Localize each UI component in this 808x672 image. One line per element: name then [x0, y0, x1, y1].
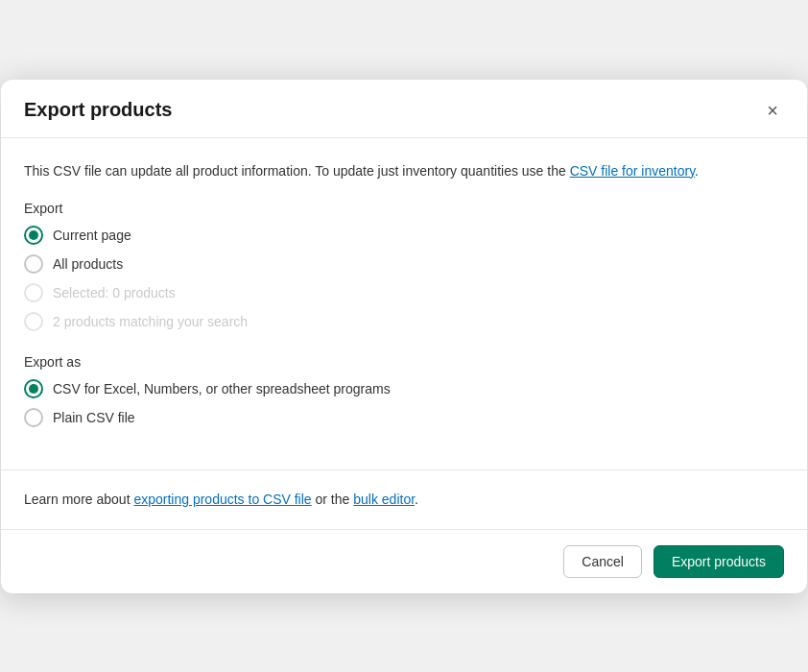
footer-info-prefix: Learn more about: [24, 492, 131, 507]
radio-selected: Selected: 0 products: [24, 283, 784, 302]
export-as-radio-group: CSV for Excel, Numbers, or other spreads…: [24, 379, 784, 427]
radio-all-products-label: All products: [53, 256, 123, 272]
radio-plain-csv-indicator: [24, 408, 43, 427]
radio-matching-label: 2 products matching your search: [53, 314, 248, 329]
radio-matching: 2 products matching your search: [24, 312, 784, 331]
export-radio-group: Current page All products Selected: 0 pr…: [24, 226, 784, 331]
radio-selected-indicator: [24, 283, 43, 302]
modal-overlay: Export products × This CSV file can upda…: [0, 0, 808, 672]
footer-divider-top: [1, 469, 807, 470]
info-text-content: This CSV file can update all product inf…: [24, 163, 566, 179]
footer-info: Learn more about exporting products to C…: [1, 490, 807, 510]
modal-header: Export products ×: [1, 80, 807, 138]
radio-matching-indicator: [24, 312, 43, 331]
export-products-modal: Export products × This CSV file can upda…: [1, 80, 807, 593]
radio-plain-csv-label: Plain CSV file: [53, 410, 135, 425]
footer-info-suffix: .: [415, 492, 418, 507]
radio-csv-excel[interactable]: CSV for Excel, Numbers, or other spreads…: [24, 379, 784, 398]
export-section-label: Export: [24, 201, 784, 216]
info-text-suffix: .: [695, 163, 699, 179]
close-button[interactable]: ×: [761, 99, 784, 122]
radio-all-products-indicator: [24, 254, 43, 274]
radio-current-page[interactable]: Current page: [24, 226, 784, 245]
info-text: This CSV file can update all product inf…: [24, 161, 784, 181]
csv-inventory-link[interactable]: CSV file for inventory: [570, 163, 695, 179]
modal-footer: Cancel Export products: [1, 529, 807, 593]
footer-info-middle-text: or the: [316, 492, 350, 507]
radio-current-page-indicator: [24, 226, 43, 245]
export-as-section-label: Export as: [24, 354, 784, 370]
radio-all-products[interactable]: All products: [24, 254, 784, 274]
export-csv-link[interactable]: exporting products to CSV file: [133, 492, 311, 507]
radio-selected-label: Selected: 0 products: [53, 285, 176, 300]
cancel-button[interactable]: Cancel: [563, 545, 642, 578]
bulk-editor-link[interactable]: bulk editor: [353, 492, 415, 507]
modal-body: This CSV file can update all product inf…: [1, 138, 807, 469]
radio-csv-excel-label: CSV for Excel, Numbers, or other spreads…: [53, 381, 391, 396]
modal-title: Export products: [24, 99, 172, 121]
radio-current-page-label: Current page: [53, 228, 131, 243]
radio-plain-csv[interactable]: Plain CSV file: [24, 408, 784, 427]
export-products-button[interactable]: Export products: [654, 545, 784, 578]
radio-csv-excel-indicator: [24, 379, 43, 398]
